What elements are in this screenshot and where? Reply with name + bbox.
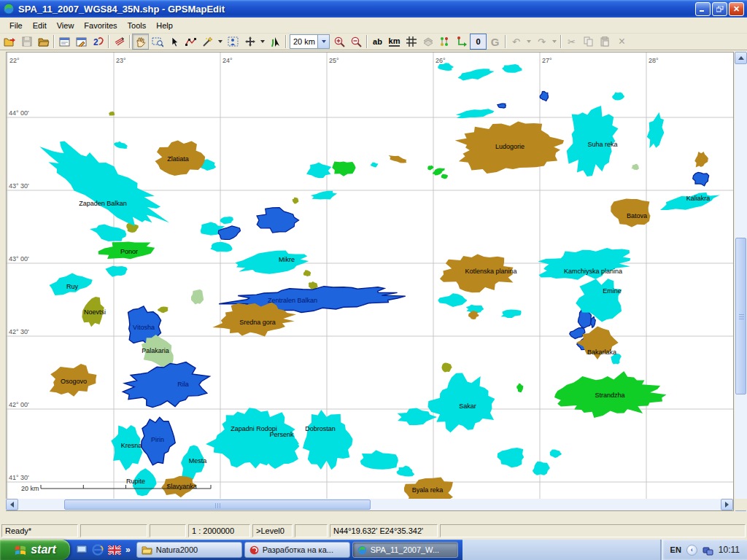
region-label: Kamchiyska planina [564,268,622,275]
tray-network-icon[interactable] [703,545,713,556]
undo-button[interactable]: ↶ [508,34,525,50]
scroll-left-button[interactable] [6,499,18,510]
route-arrow-button[interactable] [453,34,470,50]
cut-button[interactable]: ✂ [563,34,580,50]
map-patch [694,152,708,168]
add-files-button[interactable] [35,34,52,50]
delete-button[interactable]: × [614,34,630,50]
map-patch [468,311,479,319]
map-properties-button[interactable] [56,34,73,50]
zoom-rectangle-button[interactable] [149,34,166,50]
start-button[interactable]: start [0,540,70,560]
route-vertices-button[interactable] [436,34,453,50]
select-objects-button[interactable] [225,34,241,50]
region-label: Bakarlaka [587,349,616,356]
attachments-toggle-button[interactable]: 0 [470,34,487,50]
copy-button[interactable] [580,34,597,50]
render-style-button[interactable] [419,34,436,50]
map-canvas[interactable]: Zapaden BalkanZlatiataPonorRuyNoevtsiVit… [6,52,734,511]
region-label: Batova [627,212,647,219]
redo-button[interactable]: ↷ [533,34,550,50]
map-patch [220,217,233,224]
google-button[interactable]: G [487,34,503,50]
uk-flag-icon[interactable] [108,545,121,555]
map-patch [332,162,355,176]
status-bar: Ready*1 : 2000000>Level0N44°19.632' E24°… [0,522,747,540]
vertical-scroll-thumb[interactable] [735,238,746,394]
close-button[interactable]: ✕ [729,2,744,16]
magic-wand-dropdown[interactable] [216,34,225,50]
region-label: Mikre [279,256,295,263]
move-tool-dropdown[interactable] [258,34,267,50]
vertical-scrollbar[interactable] [735,52,747,511]
menu-edit[interactable]: Edit [28,19,52,32]
region-label: Pirin [151,436,164,443]
map-patch [550,450,562,459]
horizontal-scroll-thumb[interactable] [64,499,371,510]
redo-dropdown[interactable] [550,34,559,50]
region-rila [123,362,209,408]
menu-tools[interactable]: Tools [123,19,152,32]
desktop-shortcut-icon[interactable] [76,544,88,556]
pan-tool-button[interactable] [132,34,149,50]
region-label: Palakaria [142,347,169,354]
polyline-tool-button[interactable] [182,34,199,50]
map-patch [303,271,311,276]
menu-file[interactable]: File [4,19,28,32]
minimize-button[interactable] [695,2,711,16]
scroll-right-button[interactable] [721,499,733,510]
levels-button[interactable]: 2 [90,34,107,50]
taskbar-button-2[interactable]: SPA_11_2007_W... [352,542,458,558]
region-label: Sakar [459,402,476,410]
units-toggle-button[interactable]: km [386,34,403,50]
menu-help[interactable]: Help [151,19,178,32]
lon-grid-label: 28° [649,57,659,64]
taskbar-button-0[interactable]: Natura2000 [136,542,242,558]
language-indicator[interactable]: EN [670,545,681,554]
verify-map-button[interactable] [111,34,128,50]
save-button[interactable] [18,34,35,50]
map-patch [498,448,525,467]
region-label: Emine [603,287,622,295]
move-tool-button[interactable] [241,34,258,50]
open-button[interactable] [1,34,18,50]
lat-grid-label: 43° 00' [9,255,29,262]
zoom-in-button[interactable] [331,34,348,50]
map-patch [533,462,550,475]
map-patch [90,225,126,242]
region-label: Kaliakra [686,195,711,202]
taskbar: start » Natura2000Разработка на ка...SPA… [0,540,747,560]
status-panel-5 [295,524,328,537]
menu-view[interactable]: View [52,19,80,32]
map-patch [438,293,467,307]
undo-dropdown[interactable] [525,34,533,50]
menu-favorites[interactable]: Favorites [79,19,122,32]
scale-combobox-arrow[interactable] [317,35,329,48]
grid-toggle-button[interactable] [403,34,419,50]
region-label: Strandzha [595,392,624,399]
map-patch [427,166,433,171]
region-label: Byala reka [412,486,444,494]
select-tool-button[interactable] [166,34,182,50]
map-patch [441,174,448,179]
labels-toggle-button[interactable]: ab [369,34,386,50]
zoom-out-button[interactable] [348,34,365,50]
map-patch [612,92,624,100]
lat-grid-label: 42° 30' [9,328,29,335]
scale-combobox[interactable]: 20 km [290,34,330,49]
edit-properties-button[interactable] [73,34,90,50]
horizontal-scrollbar[interactable] [6,499,733,510]
gps-cursor-button[interactable] [267,34,284,50]
map-patch [501,310,522,318]
scroll-up-button[interactable] [735,52,747,64]
lon-grid-label: 22° [9,57,20,64]
taskbar-button-1[interactable]: Разработка на ка... [244,542,350,558]
internet-explorer-icon[interactable] [92,544,104,556]
restore-button[interactable] [712,2,727,16]
hide-icons-button[interactable]: ‹ [686,545,697,556]
lon-grid-label: 25° [329,57,339,64]
status-panel-0: Ready* [1,524,78,537]
magic-wand-button[interactable] [199,34,216,50]
paste-button[interactable] [597,34,614,50]
quick-launch-chevron[interactable]: » [125,545,131,555]
